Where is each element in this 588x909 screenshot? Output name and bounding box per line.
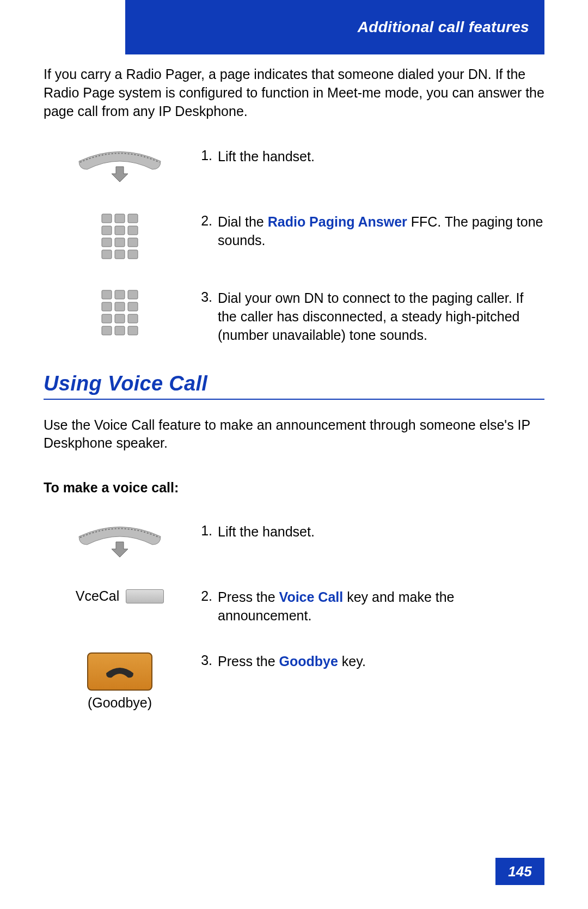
steps-group-1: 1. Lift the handset. 2. Dial the Radio P <box>44 148 544 344</box>
step-number: 3. <box>196 652 218 668</box>
softkey-icon: VceCal <box>76 588 164 604</box>
step-text: Lift the handset. <box>218 148 544 166</box>
step-number: 2. <box>196 213 218 229</box>
step-number: 2. <box>196 588 218 604</box>
keypad-icon <box>101 213 139 262</box>
goodbye-button-icon <box>87 652 152 691</box>
step-row: 3. Dial your own DN to connect to the pa… <box>44 289 544 344</box>
icon-cell: (Goodbye) <box>44 652 196 711</box>
header-band: Additional call features <box>125 0 544 54</box>
icon-cell <box>44 213 196 262</box>
step-text-highlight: Goodbye <box>279 654 338 669</box>
step-number: 1. <box>196 523 218 539</box>
step-text: Press the Voice Call key and make the an… <box>218 588 544 625</box>
step-row: 1. Lift the handset. <box>44 523 544 561</box>
svg-rect-10 <box>115 250 125 259</box>
step-text: Dial the Radio Paging Answer FFC. The pa… <box>218 213 544 250</box>
step-text-highlight: Voice Call <box>279 589 344 605</box>
section-heading: Using Voice Call <box>44 372 544 395</box>
keypad-icon <box>101 289 139 338</box>
handset-down-icon <box>103 662 136 681</box>
intro-paragraph-2: Use the Voice Call feature to make an an… <box>44 416 544 453</box>
page-content: If you carry a Radio Pager, a page indic… <box>44 65 544 738</box>
svg-rect-20 <box>128 314 138 323</box>
svg-rect-13 <box>115 290 125 299</box>
step-number: 3. <box>196 289 218 305</box>
step-text-pre: Dial the <box>218 214 268 229</box>
step-text: Press the Goodbye key. <box>218 652 544 671</box>
svg-rect-21 <box>102 326 112 335</box>
svg-rect-0 <box>102 214 112 223</box>
svg-rect-6 <box>102 238 112 247</box>
step-text-pre: Press the <box>218 589 279 605</box>
svg-rect-22 <box>115 326 125 335</box>
step-text-pre: Press the <box>218 654 279 669</box>
handset-lift-icon <box>74 523 166 561</box>
svg-rect-3 <box>102 226 112 235</box>
icon-cell <box>44 289 196 338</box>
steps-group-2: 1. Lift the handset. VceCal 2. Press the… <box>44 523 544 711</box>
svg-rect-17 <box>128 302 138 311</box>
step-text-post: key. <box>338 654 366 669</box>
step-text-post: Dial your own DN to connect to the pagin… <box>218 290 523 343</box>
softkey-caption: VceCal <box>76 588 120 604</box>
sub-heading: To make a voice call: <box>44 480 544 496</box>
svg-rect-15 <box>102 302 112 311</box>
icon-cell <box>44 523 196 561</box>
svg-rect-5 <box>128 226 138 235</box>
page-number: 145 <box>495 858 544 885</box>
goodbye-caption: (Goodbye) <box>88 695 152 711</box>
svg-rect-19 <box>115 314 125 323</box>
handset-lift-icon <box>74 148 166 186</box>
step-text: Dial your own DN to connect to the pagin… <box>218 289 544 344</box>
svg-rect-4 <box>115 226 125 235</box>
icon-cell: VceCal <box>44 588 196 604</box>
step-row: VceCal 2. Press the Voice Call key and m… <box>44 588 544 625</box>
svg-rect-16 <box>115 302 125 311</box>
svg-rect-18 <box>102 314 112 323</box>
svg-rect-1 <box>115 214 125 223</box>
svg-rect-2 <box>128 214 138 223</box>
softkey-button-icon <box>126 589 164 603</box>
header-title: Additional call features <box>358 19 529 36</box>
svg-rect-12 <box>102 290 112 299</box>
step-text: Lift the handset. <box>218 523 544 541</box>
section-rule <box>44 399 544 400</box>
svg-rect-9 <box>102 250 112 259</box>
svg-rect-7 <box>115 238 125 247</box>
step-text-post: Lift the handset. <box>218 149 315 164</box>
icon-cell <box>44 148 196 186</box>
svg-rect-14 <box>128 290 138 299</box>
svg-rect-23 <box>128 326 138 335</box>
svg-rect-8 <box>128 238 138 247</box>
step-row: 1. Lift the handset. <box>44 148 544 186</box>
svg-rect-11 <box>128 250 138 259</box>
step-number: 1. <box>196 148 218 163</box>
step-row: 2. Dial the Radio Paging Answer FFC. The… <box>44 213 544 262</box>
step-text-highlight: Radio Paging Answer <box>268 214 407 229</box>
step-row: (Goodbye) 3. Press the Goodbye key. <box>44 652 544 711</box>
step-text-post: Lift the handset. <box>218 524 315 539</box>
intro-paragraph-1: If you carry a Radio Pager, a page indic… <box>44 65 544 120</box>
